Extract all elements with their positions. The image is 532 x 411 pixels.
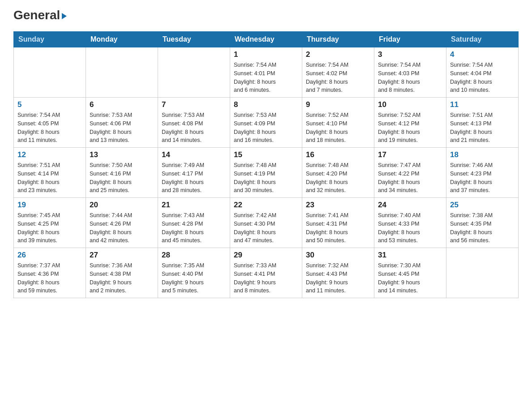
day-number: 6 (90, 100, 154, 109)
calendar-cell: 4Sunrise: 7:54 AM Sunset: 4:04 PM Daylig… (446, 47, 519, 98)
calendar-cell: 5Sunrise: 7:54 AM Sunset: 4:05 PM Daylig… (14, 98, 86, 148)
day-info: Sunrise: 7:54 AM Sunset: 4:03 PM Dayligh… (378, 61, 442, 94)
day-number: 8 (234, 100, 298, 109)
day-info: Sunrise: 7:54 AM Sunset: 4:02 PM Dayligh… (306, 61, 370, 94)
calendar-cell: 1Sunrise: 7:54 AM Sunset: 4:01 PM Daylig… (230, 47, 302, 98)
calendar-cell: 23Sunrise: 7:41 AM Sunset: 4:31 PM Dayli… (302, 198, 374, 248)
day-number: 21 (162, 201, 226, 210)
day-info: Sunrise: 7:48 AM Sunset: 4:19 PM Dayligh… (234, 161, 298, 195)
day-number: 31 (378, 251, 442, 260)
header-tuesday: Tuesday (158, 32, 230, 47)
day-info: Sunrise: 7:35 AM Sunset: 4:40 PM Dayligh… (162, 261, 226, 295)
header-wednesday: Wednesday (230, 32, 302, 47)
day-number: 1 (234, 50, 298, 59)
header-sunday: Sunday (14, 32, 86, 47)
calendar-cell: 18Sunrise: 7:46 AM Sunset: 4:23 PM Dayli… (446, 148, 519, 198)
day-number: 20 (90, 201, 154, 210)
day-info: Sunrise: 7:38 AM Sunset: 4:35 PM Dayligh… (450, 211, 515, 245)
day-info: Sunrise: 7:52 AM Sunset: 4:12 PM Dayligh… (378, 111, 442, 145)
day-number: 11 (450, 100, 515, 109)
day-number: 13 (90, 150, 154, 159)
calendar-week-5: 26Sunrise: 7:37 AM Sunset: 4:36 PM Dayli… (14, 248, 519, 298)
calendar-cell: 12Sunrise: 7:51 AM Sunset: 4:14 PM Dayli… (14, 148, 86, 198)
day-number: 16 (306, 150, 370, 159)
day-info: Sunrise: 7:53 AM Sunset: 4:08 PM Dayligh… (162, 111, 226, 145)
day-info: Sunrise: 7:54 AM Sunset: 4:04 PM Dayligh… (450, 61, 515, 94)
day-info: Sunrise: 7:45 AM Sunset: 4:25 PM Dayligh… (17, 211, 82, 245)
calendar-cell: 15Sunrise: 7:48 AM Sunset: 4:19 PM Dayli… (230, 148, 302, 198)
calendar-cell: 9Sunrise: 7:52 AM Sunset: 4:10 PM Daylig… (302, 98, 374, 148)
day-number: 19 (17, 201, 82, 210)
day-info: Sunrise: 7:51 AM Sunset: 4:13 PM Dayligh… (450, 111, 515, 145)
day-info: Sunrise: 7:52 AM Sunset: 4:10 PM Dayligh… (306, 111, 370, 145)
calendar-cell: 3Sunrise: 7:54 AM Sunset: 4:03 PM Daylig… (374, 47, 446, 98)
day-info: Sunrise: 7:50 AM Sunset: 4:16 PM Dayligh… (90, 161, 154, 195)
day-info: Sunrise: 7:30 AM Sunset: 4:45 PM Dayligh… (378, 261, 442, 295)
day-number: 30 (306, 251, 370, 260)
day-number: 12 (17, 150, 82, 159)
day-number: 3 (378, 50, 442, 59)
logo-line1: General (13, 9, 67, 21)
day-number: 2 (306, 50, 370, 59)
calendar-cell: 24Sunrise: 7:40 AM Sunset: 4:33 PM Dayli… (374, 198, 446, 248)
calendar-cell: 8Sunrise: 7:53 AM Sunset: 4:09 PM Daylig… (230, 98, 302, 148)
calendar-cell: 16Sunrise: 7:48 AM Sunset: 4:20 PM Dayli… (302, 148, 374, 198)
day-info: Sunrise: 7:32 AM Sunset: 4:43 PM Dayligh… (306, 261, 370, 295)
day-number: 23 (306, 201, 370, 210)
calendar-cell: 10Sunrise: 7:52 AM Sunset: 4:12 PM Dayli… (374, 98, 446, 148)
day-number: 7 (162, 100, 226, 109)
calendar-week-3: 12Sunrise: 7:51 AM Sunset: 4:14 PM Dayli… (14, 148, 519, 198)
logo: General (13, 9, 67, 22)
day-info: Sunrise: 7:37 AM Sunset: 4:36 PM Dayligh… (17, 261, 82, 295)
day-number: 14 (162, 150, 226, 159)
calendar-cell: 30Sunrise: 7:32 AM Sunset: 4:43 PM Dayli… (302, 248, 374, 298)
calendar-cell: 31Sunrise: 7:30 AM Sunset: 4:45 PM Dayli… (374, 248, 446, 298)
day-number: 25 (450, 201, 515, 210)
calendar-cell (86, 47, 158, 98)
calendar-cell (14, 47, 86, 98)
calendar-cell: 25Sunrise: 7:38 AM Sunset: 4:35 PM Dayli… (446, 198, 519, 248)
day-info: Sunrise: 7:44 AM Sunset: 4:26 PM Dayligh… (90, 211, 154, 245)
calendar-cell (158, 47, 230, 98)
day-info: Sunrise: 7:42 AM Sunset: 4:30 PM Dayligh… (234, 211, 298, 245)
day-info: Sunrise: 7:54 AM Sunset: 4:05 PM Dayligh… (17, 111, 82, 145)
calendar-cell: 29Sunrise: 7:33 AM Sunset: 4:41 PM Dayli… (230, 248, 302, 298)
day-number: 4 (450, 50, 515, 59)
day-info: Sunrise: 7:40 AM Sunset: 4:33 PM Dayligh… (378, 211, 442, 245)
calendar-cell: 21Sunrise: 7:43 AM Sunset: 4:28 PM Dayli… (158, 198, 230, 248)
day-info: Sunrise: 7:46 AM Sunset: 4:23 PM Dayligh… (450, 161, 515, 195)
day-number: 5 (17, 100, 82, 109)
header-thursday: Thursday (302, 32, 374, 47)
calendar-cell: 27Sunrise: 7:36 AM Sunset: 4:38 PM Dayli… (86, 248, 158, 298)
day-number: 28 (162, 251, 226, 260)
day-info: Sunrise: 7:53 AM Sunset: 4:09 PM Dayligh… (234, 111, 298, 145)
day-number: 9 (306, 100, 370, 109)
calendar-cell: 28Sunrise: 7:35 AM Sunset: 4:40 PM Dayli… (158, 248, 230, 298)
day-number: 18 (450, 150, 515, 159)
header-saturday: Saturday (446, 32, 519, 47)
calendar-week-1: 1Sunrise: 7:54 AM Sunset: 4:01 PM Daylig… (14, 47, 519, 98)
day-number: 27 (90, 251, 154, 260)
header-monday: Monday (86, 32, 158, 47)
calendar-week-2: 5Sunrise: 7:54 AM Sunset: 4:05 PM Daylig… (14, 98, 519, 148)
day-number: 29 (234, 251, 298, 260)
calendar-cell: 14Sunrise: 7:49 AM Sunset: 4:17 PM Dayli… (158, 148, 230, 198)
day-number: 24 (378, 201, 442, 210)
calendar-cell: 7Sunrise: 7:53 AM Sunset: 4:08 PM Daylig… (158, 98, 230, 148)
day-info: Sunrise: 7:48 AM Sunset: 4:20 PM Dayligh… (306, 161, 370, 195)
calendar-cell: 2Sunrise: 7:54 AM Sunset: 4:02 PM Daylig… (302, 47, 374, 98)
day-info: Sunrise: 7:43 AM Sunset: 4:28 PM Dayligh… (162, 211, 226, 245)
calendar-cell: 26Sunrise: 7:37 AM Sunset: 4:36 PM Dayli… (14, 248, 86, 298)
day-info: Sunrise: 7:49 AM Sunset: 4:17 PM Dayligh… (162, 161, 226, 195)
day-number: 15 (234, 150, 298, 159)
day-info: Sunrise: 7:41 AM Sunset: 4:31 PM Dayligh… (306, 211, 370, 245)
day-info: Sunrise: 7:36 AM Sunset: 4:38 PM Dayligh… (90, 261, 154, 295)
day-info: Sunrise: 7:51 AM Sunset: 4:14 PM Dayligh… (17, 161, 82, 195)
calendar-cell: 17Sunrise: 7:47 AM Sunset: 4:22 PM Dayli… (374, 148, 446, 198)
header-friday: Friday (374, 32, 446, 47)
day-info: Sunrise: 7:53 AM Sunset: 4:06 PM Dayligh… (90, 111, 154, 145)
calendar-cell: 13Sunrise: 7:50 AM Sunset: 4:16 PM Dayli… (86, 148, 158, 198)
day-number: 26 (17, 251, 82, 260)
calendar-cell: 19Sunrise: 7:45 AM Sunset: 4:25 PM Dayli… (14, 198, 86, 248)
day-number: 10 (378, 100, 442, 109)
